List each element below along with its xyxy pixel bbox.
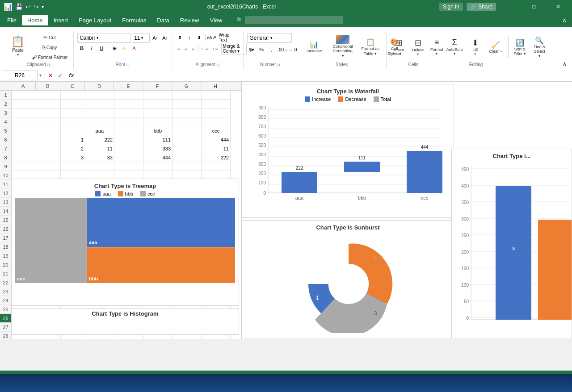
cell-F7[interactable]: 333 — [143, 144, 172, 153]
cell-B6[interactable] — [36, 135, 61, 144]
cell-D8[interactable]: 33 — [85, 153, 114, 162]
percent-btn[interactable]: % — [257, 45, 266, 54]
row-num-5[interactable]: 5 — [0, 126, 11, 135]
underline-btn[interactable]: U — [97, 44, 106, 53]
cell-A2[interactable] — [12, 100, 36, 108]
formula-input[interactable] — [79, 71, 570, 80]
menu-formulas[interactable]: Formulas — [117, 15, 151, 25]
menu-insert[interactable]: Insert — [48, 15, 74, 25]
orientation-btn[interactable]: ab↗ — [207, 33, 216, 42]
row-num-26[interactable]: 26 — [0, 314, 11, 323]
menu-view[interactable]: View — [204, 15, 227, 25]
menu-file[interactable]: File — [2, 15, 22, 25]
col-header-B[interactable]: B — [36, 82, 60, 90]
cell-A1[interactable] — [12, 91, 36, 100]
cell-F8[interactable]: 444 — [143, 153, 172, 162]
format-as-table-btn[interactable]: 📋 Format asTable ▾ — [358, 34, 383, 60]
fill-color-btn[interactable]: A — [120, 44, 129, 53]
cell-H5[interactable]: ccc — [202, 126, 231, 135]
top-align-btn[interactable]: ⬆ — [176, 33, 184, 42]
row-num-28[interactable]: 28 — [0, 332, 11, 339]
row-num-4[interactable]: 4 — [0, 117, 11, 126]
quick-save-btn[interactable]: 💾 — [15, 3, 23, 10]
cell-C3[interactable] — [61, 108, 85, 117]
copy-btn[interactable]: ⎘ Copy — [29, 43, 70, 52]
borders-btn[interactable]: ⊞ — [110, 44, 119, 53]
cell-F5[interactable]: bbb — [143, 126, 172, 135]
cell-G6[interactable] — [172, 135, 202, 144]
col-header-E[interactable]: E — [114, 82, 143, 90]
cell-D4[interactable] — [85, 117, 114, 126]
cell-B5[interactable] — [36, 126, 61, 135]
row-num-19[interactable]: 19 — [0, 251, 11, 260]
comma-btn[interactable]: , — [267, 45, 276, 54]
row-num-13[interactable]: 13 — [0, 198, 11, 207]
cell-C9[interactable] — [61, 162, 85, 171]
expand-icon[interactable]: ▾ — [39, 73, 42, 78]
sort-filter-btn[interactable]: 🔃 Sort &Filter ▾ — [510, 34, 529, 60]
cell-H3[interactable] — [202, 108, 231, 117]
cell-G1[interactable] — [172, 91, 202, 100]
cell-E7[interactable] — [114, 144, 143, 153]
insert-btn[interactable]: ⊞ Insert ▾ — [390, 34, 408, 60]
menu-page-layout[interactable]: Page Layout — [73, 15, 117, 25]
cell-E1[interactable] — [114, 91, 143, 100]
confirm-input-btn[interactable]: ✓ — [56, 72, 64, 79]
format-painter-btn[interactable]: 🖌 Format Painter — [29, 53, 70, 62]
clear-btn[interactable]: 🧹 Clear ~ — [485, 34, 506, 60]
delete-btn[interactable]: ⊟ Delete ▾ — [409, 34, 427, 60]
row-num-9[interactable]: 9 — [0, 162, 11, 171]
row-num-14[interactable]: 14 — [0, 207, 11, 216]
cell-C1[interactable] — [61, 91, 85, 100]
cell-D1[interactable] — [85, 91, 114, 100]
col-header-C[interactable]: C — [60, 82, 85, 90]
decrease-decimal-btn[interactable]: ←.0 — [288, 45, 297, 54]
cell-A6[interactable] — [12, 135, 36, 144]
indent-less-btn[interactable]: ←≡ — [200, 44, 209, 53]
align-center-btn[interactable]: ≡ — [183, 44, 189, 53]
col-header-G[interactable]: G — [172, 82, 201, 90]
cell-C4[interactable] — [61, 117, 85, 126]
cell-A4[interactable] — [12, 117, 36, 126]
quick-access-dropdown[interactable]: ▾ — [42, 4, 44, 9]
font-name-selector[interactable]: Calibri ▾ — [77, 33, 131, 43]
histogram-chart[interactable]: Chart Type is Histogram — [11, 308, 239, 335]
close-btn[interactable]: ✕ — [548, 0, 568, 13]
row-num-6[interactable]: 6 — [0, 135, 11, 144]
minimize-btn[interactable]: ─ — [500, 0, 520, 13]
increase-font-btn[interactable]: A↑ — [151, 33, 160, 42]
cell-C6[interactable]: 1 — [61, 135, 85, 144]
autosum-btn[interactable]: Σ AutoSum ▾ — [444, 34, 465, 60]
cell-C2[interactable] — [61, 100, 85, 108]
indent-more-btn[interactable]: →≡ — [210, 44, 218, 53]
cell-E2[interactable] — [114, 100, 143, 108]
sign-in-btn[interactable]: Sign in — [439, 3, 463, 11]
align-left-btn[interactable]: ≡ — [176, 44, 182, 53]
cell-D7[interactable]: 11 — [85, 144, 114, 153]
search-input[interactable] — [245, 16, 343, 24]
row-num-8[interactable]: 8 — [0, 153, 11, 162]
align-right-btn[interactable]: ≡ — [190, 44, 196, 53]
cell-B8[interactable] — [36, 153, 61, 162]
sunburst-chart[interactable]: Chart Type is Sunburst 1 ← — [242, 220, 454, 338]
cell-H8[interactable]: 222 — [202, 153, 231, 162]
redo-btn[interactable]: ↪ — [34, 3, 39, 10]
cell-B9[interactable] — [36, 162, 61, 171]
cell-H7[interactable]: 11 — [202, 144, 231, 153]
conditional-formatting-main-btn[interactable]: ConditionalFormatting ▾ — [329, 34, 356, 60]
row-num-25[interactable]: 25 — [0, 305, 11, 314]
cell-E6[interactable] — [114, 135, 143, 144]
col-header-A[interactable]: A — [11, 82, 36, 90]
cell-F2[interactable] — [143, 100, 172, 108]
number-format-selector[interactable]: General ▾ — [247, 33, 292, 43]
row-num-7[interactable]: 7 — [0, 144, 11, 153]
cell-H4[interactable] — [202, 117, 231, 126]
row-num-1[interactable]: 1 — [0, 91, 11, 100]
bottom-align-btn[interactable]: ⬇ — [194, 33, 203, 42]
wrap-text-btn[interactable]: Wrap Text — [217, 33, 240, 42]
cell-A3[interactable] — [12, 108, 36, 117]
row-num-21[interactable]: 21 — [0, 269, 11, 278]
merge-center-btn[interactable]: Merge & Center ▾ — [221, 43, 247, 54]
cell-D3[interactable] — [85, 108, 114, 117]
cell-B7[interactable] — [36, 144, 61, 153]
